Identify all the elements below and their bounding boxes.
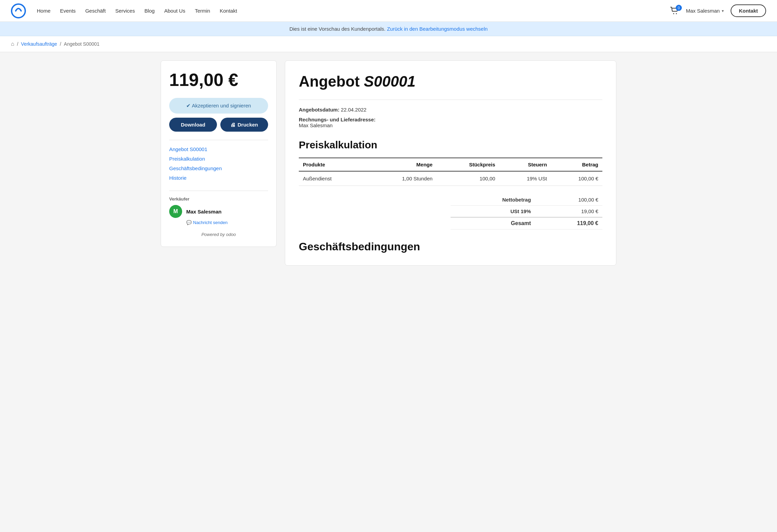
breadcrumb: ⌂ / Verkaufsaufträge / Angebot S00001 bbox=[0, 36, 777, 52]
seller-label: Verkäufer bbox=[169, 196, 268, 202]
print-button[interactable]: 🖨 Drucken bbox=[220, 118, 268, 132]
document-title: Angebot S00001 bbox=[299, 73, 602, 90]
preiskalkulation-title: Preiskalkulation bbox=[299, 139, 602, 151]
download-button[interactable]: Download bbox=[169, 118, 217, 132]
nav-item-services[interactable]: Services bbox=[115, 8, 135, 14]
sidebar-item-angebot[interactable]: Angebot S00001 bbox=[169, 146, 268, 152]
col-header-produkte: Produkte bbox=[299, 158, 366, 171]
powered-by: Powered by odoo bbox=[169, 232, 268, 237]
preview-banner-text: Dies ist eine Vorschau des Kundenportals… bbox=[289, 26, 385, 32]
breadcrumb-current: Angebot S00001 bbox=[64, 41, 99, 47]
nav-item-kontakt[interactable]: Kontakt bbox=[220, 8, 237, 14]
total-row-ust: USt 19% 19,00 € bbox=[451, 206, 602, 218]
accept-sign-button[interactable]: ✔ Akzeptieren und signieren bbox=[169, 98, 268, 114]
main-container: 119,00 € ✔ Akzeptieren und signieren Dow… bbox=[150, 52, 627, 274]
chat-icon: 💬 bbox=[186, 220, 192, 225]
col-header-menge: Menge bbox=[366, 158, 437, 171]
user-menu[interactable]: Max Salesman ▾ bbox=[686, 8, 724, 14]
document-content: Angebot S00001 Angebotsdatum: 22.04.2022… bbox=[285, 60, 616, 266]
breadcrumb-link[interactable]: Verkaufsaufträge bbox=[21, 41, 57, 47]
row-menge: 1,00 Stunden bbox=[366, 171, 437, 186]
meta-address: Rechnungs- und Lieferadresse: Max Salesm… bbox=[299, 117, 602, 128]
row-betrag: 100,00 € bbox=[551, 171, 602, 186]
totals-section: Nettobetrag 100,00 € USt 19% 19,00 € Ges… bbox=[451, 194, 602, 230]
total-row-netto: Nettobetrag 100,00 € bbox=[451, 194, 602, 206]
row-steuern: 19% USt bbox=[499, 171, 551, 186]
svg-point-2 bbox=[676, 13, 677, 14]
document-meta: Angebotsdatum: 22.04.2022 Rechnungs- und… bbox=[299, 100, 602, 128]
col-header-steuern: Steuern bbox=[499, 158, 551, 171]
sidebar-item-geschaeftsbedingungen[interactable]: Geschäftsbedingungen bbox=[169, 165, 268, 172]
sidebar-price: 119,00 € bbox=[169, 70, 268, 90]
seller-info: M Max Salesman bbox=[169, 205, 268, 218]
table-row: Außendienst 1,00 Stunden 100,00 19% USt … bbox=[299, 171, 602, 186]
chevron-down-icon: ▾ bbox=[722, 9, 724, 13]
preview-banner: Dies ist eine Vorschau des Kundenportals… bbox=[0, 22, 777, 36]
user-name: Max Salesman bbox=[686, 8, 720, 14]
breadcrumb-separator-1: / bbox=[17, 41, 18, 47]
nav-menu: Home Events Geschäft Services Blog About… bbox=[37, 8, 670, 14]
svg-point-0 bbox=[12, 4, 25, 18]
nav-item-geschaeft[interactable]: Geschäft bbox=[85, 8, 106, 14]
sidebar: 119,00 € ✔ Akzeptieren und signieren Dow… bbox=[161, 60, 277, 247]
seller-message[interactable]: 💬 Nachricht senden bbox=[169, 220, 268, 225]
sidebar-item-preiskalkulation[interactable]: Preiskalkulation bbox=[169, 156, 268, 162]
sidebar-nav: Angebot S00001 Preiskalkulation Geschäft… bbox=[169, 140, 268, 181]
preview-banner-link[interactable]: Zurück in den Bearbeitungsmodus wechseln bbox=[387, 26, 487, 32]
nav-item-events[interactable]: Events bbox=[60, 8, 76, 14]
col-header-betrag: Betrag bbox=[551, 158, 602, 171]
logo[interactable] bbox=[11, 3, 26, 18]
cart-count: 0 bbox=[676, 5, 682, 11]
seller-name: Max Salesman bbox=[186, 209, 221, 215]
breadcrumb-home-icon[interactable]: ⌂ bbox=[11, 41, 14, 47]
navbar-right: 0 Max Salesman ▾ Kontakt bbox=[670, 4, 766, 17]
meta-date: Angebotsdatum: 22.04.2022 bbox=[299, 107, 602, 113]
col-header-stueckpreis: Stückpreis bbox=[437, 158, 499, 171]
geschaeftsbedingungen-title: Geschäftsbedingungen bbox=[299, 240, 602, 253]
printer-icon: 🖨 bbox=[230, 122, 235, 128]
svg-point-1 bbox=[673, 13, 674, 14]
cart-icon[interactable]: 0 bbox=[670, 7, 679, 15]
seller-avatar: M bbox=[169, 205, 182, 218]
row-stueckpreis: 100,00 bbox=[437, 171, 499, 186]
row-produkt: Außendienst bbox=[299, 171, 366, 186]
nav-item-termin[interactable]: Termin bbox=[195, 8, 210, 14]
totals-table: Nettobetrag 100,00 € USt 19% 19,00 € Ges… bbox=[451, 194, 602, 230]
breadcrumb-separator-2: / bbox=[60, 41, 61, 47]
nav-item-home[interactable]: Home bbox=[37, 8, 50, 14]
kontakt-button[interactable]: Kontakt bbox=[731, 4, 766, 17]
seller-section: Verkäufer M Max Salesman 💬 Nachricht sen… bbox=[169, 191, 268, 225]
total-row-gesamt: Gesamt 119,00 € bbox=[451, 217, 602, 230]
navbar: Home Events Geschäft Services Blog About… bbox=[0, 0, 777, 22]
sidebar-item-historie[interactable]: Historie bbox=[169, 175, 268, 181]
nav-item-blog[interactable]: Blog bbox=[144, 8, 155, 14]
price-table: Produkte Menge Stückpreis Steuern Betrag… bbox=[299, 158, 602, 186]
action-buttons: Download 🖨 Drucken bbox=[169, 118, 268, 132]
nav-item-about[interactable]: About Us bbox=[164, 8, 185, 14]
